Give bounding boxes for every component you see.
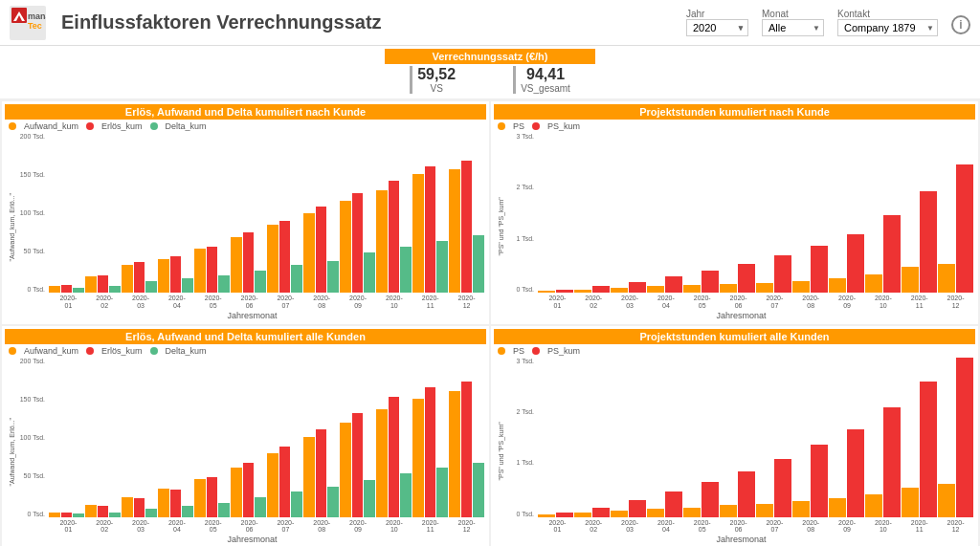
chart1-x-labels: 2020- 012020- 022020- 032020- 042020- 05… — [49, 295, 486, 309]
x-label: 2020- 01 — [51, 519, 86, 534]
bar — [425, 387, 436, 516]
bar — [883, 215, 901, 293]
chart4-bars-area: 3 Tsd.2 Tsd.1 Tsd.0 Tsd. — [507, 358, 975, 519]
bar — [938, 264, 955, 294]
bar — [412, 399, 424, 517]
x-label: 2020- 07 — [268, 519, 303, 534]
kontakt-select-wrapper[interactable]: Company 1879 ▼ — [837, 19, 938, 36]
x-label: 2020- 04 — [648, 295, 683, 309]
bar — [847, 234, 864, 293]
monat-label: Monat — [762, 9, 824, 19]
jahr-select[interactable]: 2020 — [686, 19, 748, 36]
bar — [920, 382, 937, 517]
bar-group — [267, 358, 302, 517]
x-label: 2020- 06 — [232, 519, 267, 534]
chart2-area: "PS" und "PS_kum" 3 Tsd.2 Tsd.1 Tsd.0 Ts… — [494, 133, 975, 321]
bar-group — [158, 358, 193, 517]
legend-label-2a: PS — [513, 121, 524, 131]
x-label: 2020- 05 — [195, 295, 231, 309]
x-label: 2020- 11 — [412, 295, 448, 309]
vs-value: 59,52 — [417, 66, 456, 83]
x-label: 2020- 10 — [865, 519, 901, 534]
bar — [683, 508, 701, 517]
bar-group — [231, 358, 266, 517]
bar — [267, 225, 278, 293]
bar — [847, 429, 864, 517]
bar — [182, 278, 193, 293]
chart4-panel: Projektstunden kumuliert alle Kunden PS … — [491, 326, 978, 547]
chart3-x-labels: 2020- 012020- 022020- 032020- 042020- 05… — [49, 519, 486, 534]
bar — [461, 161, 473, 293]
bar — [327, 261, 339, 293]
x-label: 2020- 09 — [341, 519, 376, 534]
bar — [207, 477, 218, 517]
bar — [720, 284, 737, 293]
bar — [170, 256, 182, 293]
chart4-y-labels: 3 Tsd.2 Tsd.1 Tsd.0 Tsd. — [507, 358, 536, 519]
bar — [61, 513, 73, 516]
bar — [865, 274, 882, 293]
chart2-content: 3 Tsd.2 Tsd.1 Tsd.0 Tsd. 2020- 012020- 0… — [507, 133, 975, 321]
x-label: 2020- 03 — [612, 295, 648, 309]
bar — [376, 409, 388, 517]
bar-group — [122, 358, 157, 517]
legend-dot-1b — [86, 122, 94, 130]
chart3-area: "Aufwand_kum, Erlö..." 200 Tsd.150 Tsd.1… — [5, 358, 486, 546]
bar — [231, 468, 242, 517]
bar — [73, 288, 84, 293]
bar — [883, 407, 901, 516]
bar — [774, 459, 791, 516]
bar — [449, 391, 460, 517]
bar — [352, 413, 364, 517]
bar-group — [720, 358, 755, 517]
bar-group — [412, 358, 448, 517]
bar — [611, 288, 628, 294]
monat-select[interactable]: Alle — [762, 19, 824, 36]
chart4-x-labels: 2020- 012020- 022020- 032020- 042020- 05… — [538, 519, 975, 534]
chart3-panel: Erlös, Aufwand und Delta kumuliert alle … — [2, 326, 489, 547]
legend-label-1a: Aufwand_kum — [24, 121, 78, 131]
bar-group — [340, 133, 375, 293]
x-label: 2020- 05 — [195, 519, 231, 534]
bar — [412, 174, 424, 293]
legend-dot-3b — [86, 347, 94, 355]
bar — [49, 513, 60, 516]
x-label: 2020- 05 — [684, 519, 720, 534]
chart1-y-labels: 200 Tsd.150 Tsd.100 Tsd.50 Tsd.0 Tsd. — [18, 133, 47, 295]
bar — [255, 497, 266, 517]
bar — [145, 509, 157, 516]
bar-group — [538, 358, 573, 517]
legend-dot-2b — [532, 122, 540, 130]
x-label: 2020- 02 — [576, 295, 612, 309]
bar — [592, 508, 610, 517]
vs-gesamt-metric: 94,41 VS_gesamt — [513, 66, 570, 94]
x-label: 2020- 09 — [341, 295, 376, 309]
page-title: Einflussfaktoren Verrechnungssatz — [61, 11, 686, 33]
bar — [774, 255, 791, 293]
monat-select-wrapper[interactable]: Alle ▼ — [762, 19, 824, 36]
bar — [792, 501, 810, 517]
bar — [73, 513, 84, 516]
bar — [218, 503, 230, 517]
x-label: 2020- 10 — [376, 519, 412, 534]
bar-group — [376, 358, 412, 517]
bar — [449, 169, 460, 294]
bar — [340, 423, 351, 517]
x-label: 2020- 11 — [902, 519, 937, 534]
bar-group — [902, 133, 937, 293]
chart2-bars — [538, 133, 973, 295]
legend-dot-1a — [9, 122, 16, 130]
charts-grid: Erlös, Aufwand und Delta kumuliert nach … — [0, 99, 980, 546]
bar — [194, 249, 206, 293]
kontakt-select[interactable]: Company 1879 — [837, 19, 938, 36]
bar-group — [865, 133, 901, 293]
legend-label-1b: Erlös_kum — [101, 121, 143, 131]
x-label: 2020- 07 — [757, 519, 792, 534]
info-button[interactable]: i — [951, 15, 970, 34]
bar — [231, 237, 242, 293]
header: mana Tec Einflussfaktoren Verrechnungssa… — [0, 0, 980, 46]
verrechnungs-bar: Verrechnungssatz (€/h) — [385, 49, 595, 64]
jahr-select-wrapper[interactable]: 2020 ▼ — [686, 19, 748, 36]
bar — [665, 491, 682, 517]
x-label: 2020- 02 — [576, 519, 612, 534]
